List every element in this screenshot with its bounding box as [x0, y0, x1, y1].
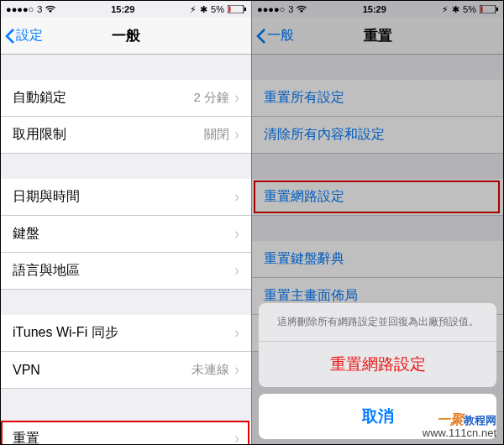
alarm-icon: ⚡︎: [442, 4, 449, 15]
signal-dots-icon: ●●●●○: [6, 4, 34, 14]
settings-list: 自動鎖定 2 分鐘› 取用限制 關閉› 日期與時間 › 鍵盤 › 語言與地區 ›: [1, 55, 251, 445]
battery-percent: 5%: [211, 4, 224, 14]
row-label: VPN: [13, 363, 40, 378]
nav-bar: 設定 一般: [1, 18, 251, 55]
chevron-right-icon: ›: [234, 324, 239, 342]
right-screenshot: ●●●●○ 3 15:29 ⚡︎ ✱ 5% 一般: [252, 1, 503, 445]
chevron-right-icon: ›: [234, 225, 239, 243]
battery-icon: [480, 5, 498, 13]
row-label: 取用限制: [13, 126, 66, 144]
row-label: 日期與時間: [13, 188, 80, 206]
wifi-icon: [297, 5, 307, 13]
row-label: 語言與地區: [13, 262, 80, 280]
carrier-label: 3: [37, 4, 42, 14]
clock-label: 15:29: [363, 4, 386, 14]
row-label: 重置所有設定: [264, 89, 344, 107]
chevron-right-icon: ›: [234, 262, 239, 280]
row-keyboard[interactable]: 鍵盤 ›: [1, 216, 251, 253]
back-button[interactable]: 一般: [252, 27, 294, 44]
row-value: 未連線: [192, 362, 229, 378]
row-label: 重置網路設定: [264, 188, 344, 206]
row-date-time[interactable]: 日期與時間 ›: [1, 179, 251, 216]
row-reset-all-settings[interactable]: 重置所有設定: [252, 80, 503, 117]
back-button[interactable]: 設定: [1, 27, 43, 44]
left-screenshot: ●●●●○ 3 15:29 ⚡︎ ✱ 5% 設定: [1, 1, 252, 445]
svg-rect-2: [244, 8, 246, 11]
row-label: 重置: [13, 430, 39, 445]
chevron-right-icon: ›: [234, 430, 239, 445]
row-reset-keyboard-dict[interactable]: 重置鍵盤辭典: [252, 241, 503, 278]
row-itunes-wifi[interactable]: iTunes Wi-Fi 同步 ›: [1, 315, 251, 352]
row-label: 清除所有內容和設定: [264, 126, 385, 144]
row-restrictions[interactable]: 取用限制 關閉›: [1, 117, 251, 154]
wifi-icon: [45, 5, 55, 13]
action-sheet: 這將刪除所有網路設定並回復為出廠預設值。 重置網路設定 取消: [252, 296, 503, 445]
chevron-right-icon: ›: [234, 361, 239, 379]
chevron-right-icon: ›: [234, 89, 239, 107]
nav-bar: 一般 重置: [252, 18, 503, 55]
svg-rect-1: [229, 7, 231, 13]
row-auto-lock[interactable]: 自動鎖定 2 分鐘›: [1, 80, 251, 117]
row-label: 鍵盤: [13, 225, 39, 243]
clock-label: 15:29: [111, 4, 134, 14]
bluetooth-icon: ✱: [452, 4, 459, 15]
chevron-left-icon: [255, 28, 267, 44]
signal-dots-icon: ●●●●○: [257, 4, 285, 14]
row-label: 重置鍵盤辭典: [264, 250, 344, 268]
status-bar: ●●●●○ 3 15:29 ⚡︎ ✱ 5%: [1, 1, 251, 18]
row-reset-network[interactable]: 重置網路設定: [252, 179, 503, 216]
row-label: iTunes Wi-Fi 同步: [13, 324, 118, 342]
row-erase-all[interactable]: 清除所有內容和設定: [252, 117, 503, 154]
row-vpn[interactable]: VPN 未連線›: [1, 352, 251, 389]
svg-rect-4: [481, 7, 483, 13]
chevron-left-icon: [4, 28, 16, 44]
chevron-right-icon: ›: [234, 126, 239, 144]
row-label: 自動鎖定: [13, 89, 66, 107]
back-label: 一般: [267, 27, 294, 44]
row-language[interactable]: 語言與地區 ›: [1, 253, 251, 290]
alarm-icon: ⚡︎: [190, 4, 197, 15]
svg-rect-5: [496, 8, 498, 11]
chevron-right-icon: ›: [234, 188, 239, 206]
row-value: 2 分鐘: [193, 90, 229, 106]
sheet-cancel-button[interactable]: 取消: [259, 394, 496, 439]
carrier-label: 3: [288, 4, 293, 14]
battery-percent: 5%: [463, 4, 476, 14]
status-bar: ●●●●○ 3 15:29 ⚡︎ ✱ 5%: [252, 1, 503, 18]
sheet-message: 這將刪除所有網路設定並回復為出廠預設值。: [259, 303, 496, 342]
sheet-destructive-button[interactable]: 重置網路設定: [259, 342, 496, 387]
row-value: 關閉: [204, 127, 229, 143]
row-reset[interactable]: 重置 ›: [1, 421, 251, 445]
battery-icon: [228, 5, 246, 13]
back-label: 設定: [16, 27, 43, 44]
bluetooth-icon: ✱: [200, 4, 207, 15]
